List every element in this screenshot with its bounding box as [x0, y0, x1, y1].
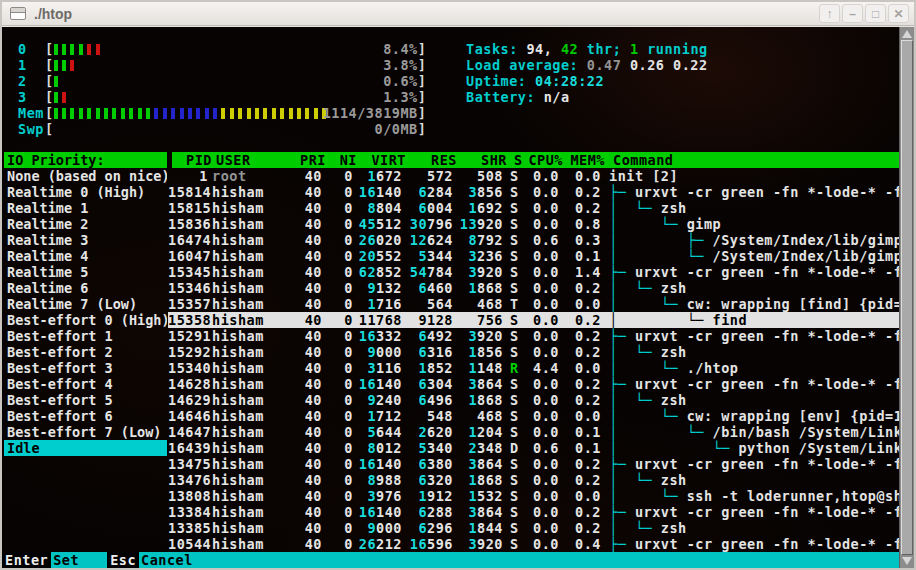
process-command: │ └─ cw: wrapping [find] {pid=153 — [609, 296, 899, 312]
process-row[interactable]: 1root4001672572508S0.00.0init [2] — [168, 168, 899, 184]
process-command: │ ├─ /System/Index/lib/gimp/2. — [609, 232, 899, 248]
menu-item-realtime-4[interactable]: Realtime 4 — [4, 248, 167, 264]
tree-branch: │ └─ — [609, 296, 687, 312]
process-row[interactable]: 15346hisham400913264601868S0.00.2│ └─ zs… — [168, 280, 899, 296]
cpu-1-bar-area: 3.8% — [54, 57, 418, 73]
meter-bar — [205, 108, 209, 119]
menu-item-realtime-5[interactable]: Realtime 5 — [4, 264, 167, 280]
process-row[interactable]: 15814hisham4001614062843856S0.00.2├─ urx… — [168, 184, 899, 200]
process-row[interactable]: 16047hisham4002055253443236S0.00.1│ └─ /… — [168, 248, 899, 264]
meter-bar — [70, 44, 74, 55]
tree-branch: ├─ — [609, 536, 635, 552]
tree-branch: ├─ — [609, 504, 635, 520]
cpu-2-meter: 2[0.6%] — [18, 73, 427, 89]
process-row[interactable]: 15358hisham400117689128756S0.00.2│ └─ fi… — [168, 312, 899, 328]
process-command: ├─ urxvt -cr green -fn *-lode-* -fb * — [609, 504, 899, 520]
menu-item-none-based-on-nice[interactable]: None (based on nice) — [4, 168, 167, 184]
uptime-line: Uptime: 04:28:22 — [466, 73, 708, 89]
column-header-user: USER — [216, 152, 300, 168]
meter-bar — [87, 44, 91, 55]
menu-item-best-effort-6[interactable]: Best-effort 6 — [4, 408, 167, 424]
cpu-3-meter: 3[1.3%] — [18, 89, 427, 105]
process-row[interactable]: 15357hisham4001716564468T0.00.0│ └─ cw: … — [168, 296, 899, 312]
column-header-ni: NI — [326, 152, 357, 168]
process-row[interactable]: 13475hisham4001614063803864S0.00.2├─ urx… — [168, 456, 899, 472]
process-row[interactable]: 15291hisham4001633264923920S0.00.2├─ urx… — [168, 328, 899, 344]
process-row[interactable]: 15345hisham40062852547843920S0.01.4├─ ur… — [168, 264, 899, 280]
meter-bar — [280, 108, 284, 119]
scrollbar-thumb[interactable] — [901, 40, 913, 555]
cpu-2-label: 2 — [18, 73, 45, 89]
window-titlebar[interactable]: ./htop ↑ – □ ✕ — [2, 2, 914, 26]
process-command: │ └─ cw: wrapping [env] {pid=1464 — [609, 408, 899, 424]
shade-icon[interactable]: ↑ — [819, 4, 840, 23]
scrollbar[interactable] — [899, 27, 914, 568]
menu-item-best-effort-1[interactable]: Best-effort 1 — [4, 328, 167, 344]
battery-line: Battery: n/a — [466, 89, 708, 105]
meter-bar — [238, 108, 242, 119]
process-command: │ └─ zsh — [609, 280, 899, 296]
tree-branch: ├─ — [609, 456, 635, 472]
process-command: │ └─ zsh — [609, 520, 899, 536]
fn-esc-cancel[interactable]: EscCancel — [107, 552, 193, 568]
process-row[interactable]: 15836hisham400455123079613920S0.00.8│ └─… — [168, 216, 899, 232]
process-row[interactable]: 13476hisham400898863201868S0.00.2│ └─ zs… — [168, 472, 899, 488]
menu-item-realtime-6[interactable]: Realtime 6 — [4, 280, 167, 296]
cpu-2-bar-area: 0.6% — [54, 73, 418, 89]
meter-bar — [314, 108, 318, 119]
process-command: │ └─ find — [609, 312, 899, 328]
process-row[interactable]: 10544hisham40026212165963920S0.00.4├─ ur… — [168, 536, 899, 552]
process-command: ├─ urxvt -cr green -fn *-lode-* -fb * — [609, 376, 899, 392]
process-row[interactable]: 16439hisham400801253402348D0.60.1│ └─ py… — [168, 440, 899, 456]
maximize-icon[interactable]: □ — [865, 4, 886, 23]
minimize-icon[interactable]: – — [842, 4, 863, 23]
process-row[interactable]: 15340hisham400311618521148R4.40.0│ └─ ./… — [168, 360, 899, 376]
meter-bar — [146, 108, 150, 119]
process-row[interactable]: 14628hisham4001614063043864S0.00.2├─ urx… — [168, 376, 899, 392]
tree-branch: │ └─ — [609, 408, 687, 424]
process-command: ├─ urxvt -cr green -fn *-lode-* -fb * — [609, 264, 899, 280]
fn-key-label: Esc — [107, 552, 139, 568]
menu-item-realtime-1[interactable]: Realtime 1 — [4, 200, 167, 216]
htop-terminal: 0[8.4%]1[3.8%]2[0.6%]3[1.3%]Mem[1114/381… — [2, 27, 914, 568]
menu-item-best-effort-0-high[interactable]: Best-effort 0 (High) — [4, 312, 167, 328]
process-row[interactable]: 13385hisham400900062961844S0.00.2│ └─ zs… — [168, 520, 899, 536]
cpu-2-value: 0.6% — [383, 73, 418, 89]
meter-bar — [154, 108, 158, 119]
menu-item-best-effort-7-low[interactable]: Best-effort 7 (Low) — [4, 424, 167, 440]
meter-bar — [54, 92, 58, 103]
process-row[interactable]: 15815hisham400880460041692S0.00.2│ └─ zs… — [168, 200, 899, 216]
meter-bar — [70, 60, 74, 71]
process-row[interactable]: 14629hisham400924064961868S0.00.2│ └─ zs… — [168, 392, 899, 408]
menu-item-best-effort-3[interactable]: Best-effort 3 — [4, 360, 167, 376]
function-bar: EnterSetEscCancel — [2, 552, 899, 568]
fn-action-label: Cancel — [139, 552, 193, 568]
fn-enter-set[interactable]: EnterSet — [2, 552, 107, 568]
meter-bar — [104, 108, 108, 119]
process-command: │ └─ ./htop — [609, 360, 899, 376]
menu-item-best-effort-2[interactable]: Best-effort 2 — [4, 344, 167, 360]
menu-item-realtime-0-high[interactable]: Realtime 0 (High) — [4, 184, 167, 200]
process-row[interactable]: 14647hisham400564426201204S0.00.1│ └─ /b… — [168, 424, 899, 440]
process-rows: 1root4001672572508S0.00.0init [2]15814hi… — [168, 168, 899, 552]
process-command: │ └─ ssh -t loderunner,htop@shell — [609, 488, 899, 504]
menu-item-idle[interactable]: Idle — [4, 440, 167, 456]
meter-bar — [221, 108, 225, 119]
process-row[interactable]: 13808hisham400397619121532S0.00.0│ └─ ss… — [168, 488, 899, 504]
scroll-up-icon[interactable] — [902, 30, 912, 38]
process-row[interactable]: 16474hisham40026020126248792S0.60.3│ ├─ … — [168, 232, 899, 248]
meter-bar — [62, 108, 66, 119]
process-row[interactable]: 13384hisham4001614062883864S0.00.2├─ urx… — [168, 504, 899, 520]
close-icon[interactable]: ✕ — [888, 4, 909, 23]
menu-item-best-effort-5[interactable]: Best-effort 5 — [4, 392, 167, 408]
menu-item-realtime-3[interactable]: Realtime 3 — [4, 232, 167, 248]
menu-item-realtime-2[interactable]: Realtime 2 — [4, 216, 167, 232]
menu-item-best-effort-4[interactable]: Best-effort 4 — [4, 376, 167, 392]
scroll-down-icon[interactable] — [902, 557, 912, 565]
process-row[interactable]: 15292hisham400900063161856S0.00.2│ └─ zs… — [168, 344, 899, 360]
meter-bar — [263, 108, 267, 119]
process-row[interactable]: 14646hisham4001712548468S0.00.0│ └─ cw: … — [168, 408, 899, 424]
meters: 0[8.4%]1[3.8%]2[0.6%]3[1.3%]Mem[1114/381… — [18, 41, 427, 137]
menu-item-realtime-7-low[interactable]: Realtime 7 (Low) — [4, 296, 167, 312]
meter-bar — [255, 108, 259, 119]
